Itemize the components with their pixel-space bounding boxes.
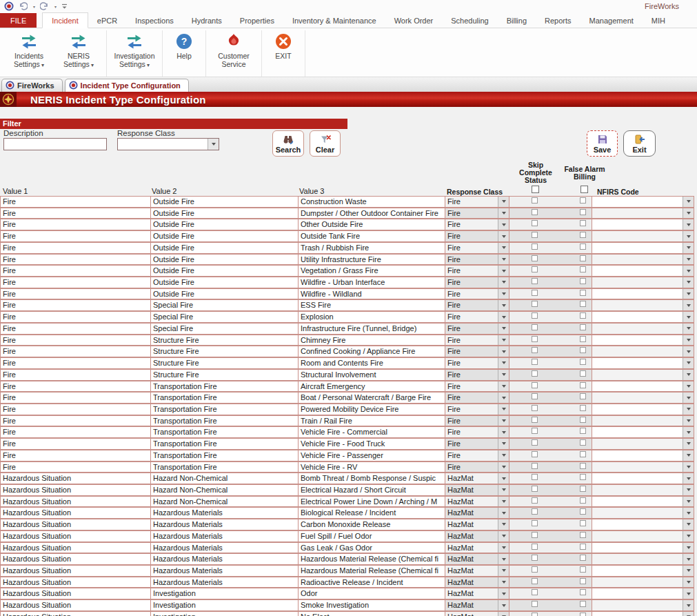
chevron-down-icon[interactable] bbox=[683, 208, 694, 219]
false-alarm-checkbox[interactable] bbox=[580, 347, 586, 353]
save-button[interactable]: Save bbox=[587, 130, 618, 157]
false-alarm-checkbox[interactable] bbox=[580, 209, 586, 215]
nfirs-code-select[interactable] bbox=[592, 346, 694, 357]
investigation-settings-button[interactable]: Investigation Settings ▾ bbox=[110, 30, 159, 70]
response-class-select[interactable]: Fire bbox=[445, 346, 509, 357]
chevron-down-icon[interactable] bbox=[498, 497, 509, 507]
nfirs-code-select[interactable] bbox=[592, 208, 694, 219]
chevron-down-icon[interactable] bbox=[498, 531, 509, 542]
chevron-down-icon[interactable] bbox=[683, 554, 694, 564]
skip-complete-checkbox[interactable] bbox=[532, 301, 538, 307]
customer-service-button[interactable]: Customer Service bbox=[209, 30, 259, 68]
skip-complete-checkbox[interactable] bbox=[532, 544, 538, 550]
false-alarm-checkbox[interactable] bbox=[580, 451, 586, 457]
skip-complete-checkbox[interactable] bbox=[532, 497, 538, 504]
false-alarm-checkbox[interactable] bbox=[580, 266, 586, 272]
skip-complete-checkbox[interactable] bbox=[532, 589, 538, 595]
chevron-down-icon[interactable] bbox=[683, 485, 694, 495]
chevron-down-icon[interactable] bbox=[683, 588, 694, 599]
ribbon-tab-reports[interactable]: Reports bbox=[536, 13, 580, 28]
chevron-down-icon[interactable] bbox=[683, 219, 694, 230]
false-alarm-checkbox[interactable] bbox=[580, 393, 586, 399]
nfirs-code-select[interactable] bbox=[592, 311, 694, 323]
false-alarm-checkbox[interactable] bbox=[580, 544, 586, 550]
false-alarm-checkbox[interactable] bbox=[580, 370, 586, 377]
skip-complete-checkbox[interactable] bbox=[532, 405, 538, 411]
nfirs-code-select[interactable] bbox=[592, 611, 694, 616]
chevron-down-icon[interactable] bbox=[498, 219, 509, 230]
false-alarm-checkbox[interactable] bbox=[580, 474, 586, 480]
response-class-select[interactable]: Fire bbox=[445, 288, 509, 300]
false-alarm-checkbox[interactable] bbox=[580, 601, 586, 607]
response-class-select[interactable]: Fire bbox=[445, 426, 509, 438]
nfirs-code-select[interactable] bbox=[592, 196, 694, 208]
response-class-select[interactable]: Fire bbox=[445, 461, 509, 473]
nfirs-code-select[interactable] bbox=[592, 381, 694, 393]
false-alarm-checkbox[interactable] bbox=[580, 428, 586, 434]
response-class-select[interactable]: Fire bbox=[445, 450, 509, 461]
response-class-select[interactable]: HazMat bbox=[445, 565, 509, 577]
nfirs-code-select[interactable] bbox=[592, 530, 694, 542]
false-alarm-checkbox[interactable] bbox=[580, 336, 586, 342]
chevron-down-icon[interactable] bbox=[498, 600, 509, 610]
nfirs-code-select[interactable] bbox=[592, 450, 694, 461]
search-button[interactable]: Search bbox=[272, 130, 304, 157]
response-class-select[interactable]: Fire bbox=[445, 335, 509, 346]
chevron-down-icon[interactable] bbox=[683, 612, 694, 616]
chevron-down-icon[interactable] bbox=[498, 404, 509, 415]
response-class-select[interactable]: Fire bbox=[445, 299, 509, 311]
chevron-down-icon[interactable] bbox=[498, 566, 509, 576]
chevron-down-icon[interactable] bbox=[683, 370, 694, 380]
skip-complete-checkbox[interactable] bbox=[532, 578, 538, 584]
skip-complete-checkbox[interactable] bbox=[532, 209, 538, 215]
chevron-down-icon[interactable] bbox=[683, 416, 694, 426]
undo-dropdown-icon[interactable]: ▾ bbox=[33, 4, 35, 9]
chevron-down-icon[interactable] bbox=[683, 497, 694, 507]
response-class-select[interactable]: Fire bbox=[445, 392, 509, 404]
chevron-down-icon[interactable] bbox=[498, 485, 509, 495]
chevron-down-icon[interactable] bbox=[683, 462, 694, 473]
ribbon-tab-work-order[interactable]: Work Order bbox=[385, 13, 443, 28]
chevron-down-icon[interactable] bbox=[683, 197, 694, 207]
chevron-down-icon[interactable] bbox=[498, 346, 509, 357]
response-class-select[interactable]: HazMat bbox=[445, 507, 509, 519]
chevron-down-icon[interactable] bbox=[498, 439, 509, 449]
nfirs-code-select[interactable] bbox=[592, 507, 694, 519]
chevron-down-icon[interactable] bbox=[498, 588, 509, 599]
chevron-down-icon[interactable] bbox=[683, 519, 694, 530]
skip-complete-checkbox[interactable] bbox=[532, 613, 538, 616]
nfirs-code-select[interactable] bbox=[592, 277, 694, 288]
nfirs-code-select[interactable] bbox=[592, 588, 694, 599]
response-class-select[interactable]: Fire bbox=[445, 219, 509, 230]
nfirs-code-select[interactable] bbox=[592, 265, 694, 277]
redo-dropdown-icon[interactable]: ▾ bbox=[54, 4, 57, 9]
false-alarm-checkbox[interactable] bbox=[580, 405, 586, 411]
chevron-down-icon[interactable] bbox=[683, 231, 694, 241]
nfirs-code-select[interactable] bbox=[592, 357, 694, 369]
chevron-down-icon[interactable] bbox=[683, 600, 694, 610]
skip-complete-checkbox[interactable] bbox=[532, 232, 538, 238]
chevron-down-icon[interactable] bbox=[683, 277, 694, 288]
chevron-down-icon[interactable] bbox=[498, 289, 509, 299]
ribbon-tab-hydrants[interactable]: Hydrants bbox=[183, 13, 231, 28]
skip-complete-checkbox[interactable] bbox=[532, 463, 538, 469]
response-class-select[interactable]: HazMat bbox=[445, 611, 509, 616]
chevron-down-icon[interactable] bbox=[498, 277, 509, 288]
response-class-select[interactable]: Fire bbox=[445, 369, 509, 381]
response-class-select[interactable]: HazMat bbox=[445, 530, 509, 542]
nfirs-code-select[interactable] bbox=[592, 299, 694, 311]
response-class-select[interactable]: HazMat bbox=[445, 519, 509, 530]
nfirs-code-select[interactable] bbox=[592, 519, 694, 530]
customize-quick-access-icon[interactable] bbox=[61, 3, 68, 10]
false-alarm-checkbox[interactable] bbox=[580, 578, 586, 584]
chevron-down-icon[interactable] bbox=[683, 335, 694, 346]
ribbon-tab-file[interactable]: FILE bbox=[0, 13, 37, 28]
chevron-down-icon[interactable] bbox=[498, 231, 509, 241]
skip-complete-checkbox[interactable] bbox=[532, 278, 538, 284]
chevron-down-icon[interactable] bbox=[498, 393, 509, 403]
response-class-select[interactable]: Fire bbox=[445, 381, 509, 393]
skip-complete-checkbox[interactable] bbox=[532, 451, 538, 457]
response-class-select[interactable]: HazMat bbox=[445, 577, 509, 588]
response-class-select[interactable]: HazMat bbox=[445, 553, 509, 565]
chevron-down-icon[interactable] bbox=[498, 612, 509, 616]
